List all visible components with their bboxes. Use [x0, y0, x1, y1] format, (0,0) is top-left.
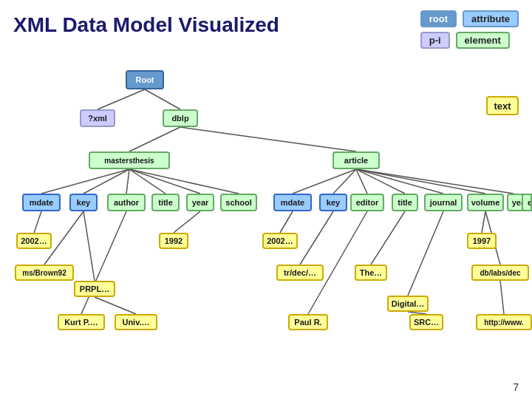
node-val1992: 1992	[159, 233, 188, 249]
svg-line-2	[129, 127, 180, 151]
svg-line-12	[356, 169, 367, 194]
node-year_l: year	[186, 194, 214, 211]
node-article: article	[332, 151, 380, 169]
node-dblp: dblp	[163, 109, 198, 127]
node-mastersthesis: mastersthesis	[89, 151, 170, 169]
node-mdate_l: mdate	[22, 194, 61, 211]
svg-line-15	[356, 169, 485, 194]
svg-line-11	[333, 169, 356, 194]
node-val2002r: 2002…	[262, 233, 298, 249]
legend-root: root	[420, 10, 457, 27]
node-key_r: key	[319, 194, 347, 211]
node-school: school	[220, 194, 257, 211]
page-title: XML Data Model Visualized	[13, 13, 279, 37]
node-mdate_r: mdate	[273, 194, 312, 211]
node-dblabs: db/labs/dec	[471, 265, 529, 281]
svg-line-14	[356, 169, 443, 194]
node-PaulR: Paul R.	[288, 314, 328, 330]
node-Root: Root	[126, 70, 164, 89]
svg-line-20	[81, 211, 126, 314]
node-editor: editor	[350, 194, 384, 211]
svg-line-6	[126, 169, 129, 194]
svg-line-31	[500, 281, 504, 314]
node-val1997: 1997	[467, 233, 497, 249]
node-trDec: tr/dec/…	[276, 265, 324, 281]
svg-line-17	[34, 211, 41, 233]
node-PRPL: PRPL…	[74, 281, 115, 297]
node-qxml: ?xml	[80, 109, 115, 127]
svg-line-10	[293, 169, 356, 194]
legend-row-root: root attribute	[420, 10, 519, 27]
node-KurtP: Kurt P.…	[58, 314, 105, 330]
svg-line-0	[98, 89, 145, 109]
legend: root attribute p-i element	[420, 10, 519, 49]
svg-line-5	[83, 169, 129, 194]
svg-line-1	[145, 89, 180, 109]
node-http: http://www.	[476, 314, 532, 330]
svg-line-22	[174, 211, 200, 233]
node-volume: volume	[467, 194, 504, 211]
node-key_l: key	[69, 194, 98, 211]
legend-text: text	[486, 96, 519, 115]
node-msBrown: ms/Brown92	[15, 265, 74, 281]
svg-line-24	[300, 211, 333, 265]
svg-line-23	[280, 211, 293, 233]
svg-line-19	[83, 211, 95, 281]
svg-line-27	[408, 211, 443, 296]
legend-row-pi: p-i element	[420, 32, 519, 49]
node-SRC: SRC…	[409, 314, 443, 330]
svg-line-9	[129, 169, 239, 194]
node-The: The…	[355, 265, 387, 281]
page-number: 7	[513, 381, 519, 393]
node-Univ: Univ.…	[115, 314, 157, 330]
svg-line-21	[95, 297, 136, 314]
legend-pi: p-i	[420, 32, 450, 49]
node-val2002l: 2002…	[16, 233, 52, 249]
node-title_l: title	[151, 194, 180, 211]
node-journal: journal	[424, 194, 463, 211]
svg-line-29	[482, 211, 485, 233]
legend-attribute: attribute	[463, 10, 519, 27]
node-title_r: title	[392, 194, 418, 211]
svg-line-26	[371, 211, 405, 265]
legend-element: element	[456, 32, 510, 49]
node-author: author	[107, 194, 146, 211]
node-Digital: Digital…	[387, 296, 429, 312]
svg-line-25	[308, 211, 367, 314]
svg-line-4	[41, 169, 129, 194]
svg-line-8	[129, 169, 200, 194]
svg-line-3	[180, 127, 356, 151]
